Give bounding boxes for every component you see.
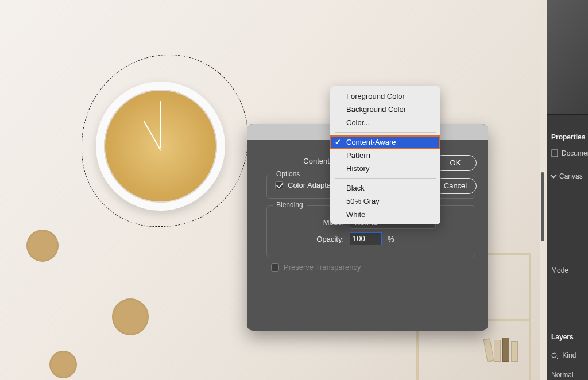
opacity-label: Opacity: xyxy=(275,235,350,243)
menu-separator xyxy=(335,178,436,179)
preserve-transparency-label: Preserve Transparency xyxy=(284,263,361,272)
menu-item-content-aware[interactable]: Content-Aware xyxy=(330,135,440,149)
menu-item-color[interactable]: Color... xyxy=(330,116,440,129)
menu-item-black[interactable]: Black xyxy=(330,181,440,195)
menu-item-background-color[interactable]: Background Color xyxy=(330,103,440,116)
checkbox-icon xyxy=(271,263,279,272)
preserve-transparency-checkbox: Preserve Transparency xyxy=(271,263,361,272)
layers-heading: Layers xyxy=(551,333,574,341)
menu-item-white[interactable]: White xyxy=(330,208,440,221)
search-icon xyxy=(551,352,558,359)
menu-separator xyxy=(335,132,436,133)
properties-heading: Properties xyxy=(551,133,585,141)
chevron-down-icon xyxy=(550,172,556,178)
side-panel: Properties Document Canvas Mode Layers K… xyxy=(547,0,588,380)
clock-graphic xyxy=(96,82,225,211)
svg-line-2 xyxy=(556,357,558,359)
opacity-suffix: % xyxy=(388,235,394,243)
contents-dropdown-menu: Foreground Color Background Color Color.… xyxy=(330,86,440,224)
ok-button[interactable]: OK xyxy=(434,155,477,171)
svg-point-1 xyxy=(552,353,556,358)
blending-group-title: Blending xyxy=(273,201,307,209)
menu-item-history[interactable]: History xyxy=(330,162,440,175)
document-row[interactable]: Document xyxy=(551,149,588,157)
scrollbar-thumb[interactable] xyxy=(541,172,544,241)
layers-kind-row[interactable]: Kind xyxy=(551,351,576,359)
options-group-title: Options xyxy=(273,170,303,178)
menu-item-pattern[interactable]: Pattern xyxy=(330,149,440,162)
menu-item-foreground-color[interactable]: Foreground Color xyxy=(330,90,440,103)
cork-dot xyxy=(26,230,59,262)
svg-rect-0 xyxy=(552,150,558,157)
mode-row: Mode xyxy=(551,266,568,274)
cork-dot xyxy=(112,298,149,335)
cork-dot xyxy=(49,351,77,378)
navigator-thumb xyxy=(547,0,588,115)
opacity-input[interactable]: 100 xyxy=(350,232,382,245)
blend-mode-select[interactable]: Normal xyxy=(551,371,574,379)
checkbox-icon xyxy=(275,181,283,189)
menu-item-50-gray[interactable]: 50% Gray xyxy=(330,195,440,208)
canvas-section[interactable]: Canvas xyxy=(551,172,583,180)
